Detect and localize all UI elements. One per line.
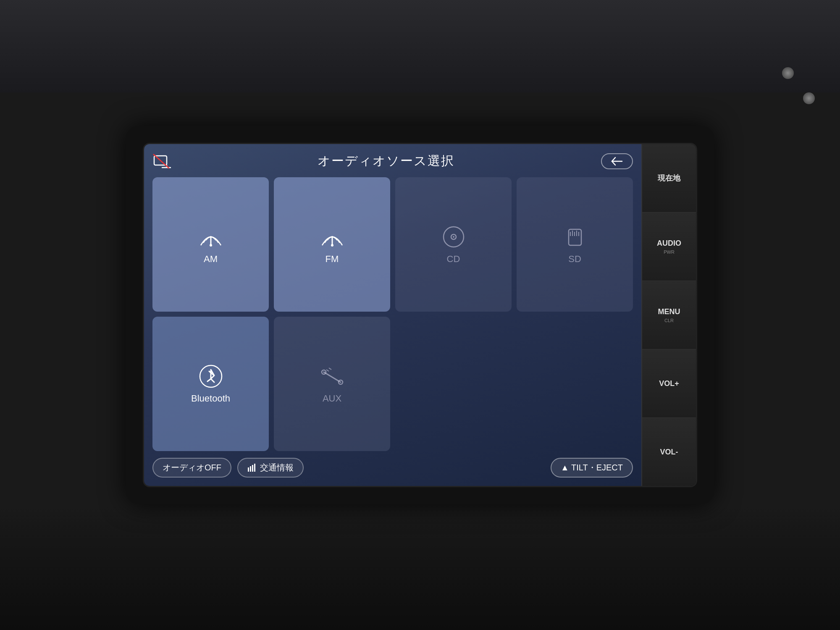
screen-top-bar: オーディオソース選択	[152, 152, 633, 170]
source-cd-label: CD	[447, 254, 460, 265]
svg-line-18	[324, 372, 341, 382]
source-fm-label: FM	[326, 254, 339, 265]
side-panel: 現在地 AUDIO PWR MENU CLR VOL+ VOL-	[641, 144, 696, 486]
vol-plus-label: VOL+	[659, 379, 679, 388]
vol-minus-label: VOL-	[660, 448, 678, 457]
svg-line-22	[329, 368, 331, 370]
source-cd-button[interactable]: CD	[395, 177, 512, 312]
source-sd-label: SD	[568, 254, 581, 265]
current-location-label: 現在地	[658, 173, 680, 183]
source-bluetooth-label: Bluetooth	[191, 393, 230, 404]
svg-rect-25	[252, 465, 253, 472]
bottom-bar: オーディオOFF 交通情報 ▲ TILT・EJECT	[152, 458, 633, 478]
svg-point-10	[453, 236, 454, 238]
svg-point-5	[210, 244, 212, 247]
screw-top-right	[782, 67, 794, 79]
svg-rect-26	[254, 464, 255, 472]
screw-bottom-right	[803, 92, 815, 104]
svg-line-21	[326, 370, 329, 371]
current-location-button[interactable]: 現在地	[642, 144, 696, 213]
screen-title: オーディオソース選択	[318, 152, 454, 170]
source-aux-button[interactable]: AUX	[274, 317, 390, 451]
traffic-info-button[interactable]: 交通情報	[237, 458, 304, 478]
audio-button[interactable]: AUDIO PWR	[642, 213, 696, 281]
audio-off-button[interactable]: オーディオOFF	[152, 458, 231, 478]
source-grid: AM FM	[152, 177, 633, 451]
source-bluetooth-button[interactable]: Bluetooth	[152, 317, 269, 451]
menu-sub: CLR	[664, 318, 674, 323]
audio-sub: PWR	[664, 249, 675, 255]
menu-label: MENU	[658, 307, 680, 316]
svg-rect-24	[250, 466, 251, 472]
screen: オーディオソース選択	[144, 144, 641, 486]
audio-off-label: オーディオOFF	[163, 462, 221, 473]
vol-minus-button[interactable]: VOL-	[642, 418, 696, 486]
back-button[interactable]	[601, 153, 633, 169]
head-unit: オーディオソース選択	[143, 143, 697, 487]
car-frame: オーディオソース選択	[126, 126, 714, 504]
tilt-eject-label: ▲ TILT・EJECT	[561, 462, 623, 473]
audio-label: AUDIO	[657, 239, 681, 248]
svg-rect-23	[248, 467, 249, 472]
traffic-info-label: 交通情報	[260, 462, 294, 473]
no-signal-icon	[152, 153, 171, 169]
source-aux-label: AUX	[323, 393, 341, 404]
source-sd-button[interactable]: SD	[517, 177, 633, 312]
svg-point-7	[331, 244, 333, 247]
source-fm-button[interactable]: FM	[274, 177, 390, 312]
svg-rect-11	[569, 229, 581, 245]
menu-button[interactable]: MENU CLR	[642, 281, 696, 349]
tilt-eject-button[interactable]: ▲ TILT・EJECT	[551, 458, 633, 478]
source-am-label: AM	[204, 254, 218, 265]
vol-plus-button[interactable]: VOL+	[642, 349, 696, 418]
source-am-button[interactable]: AM	[152, 177, 269, 312]
